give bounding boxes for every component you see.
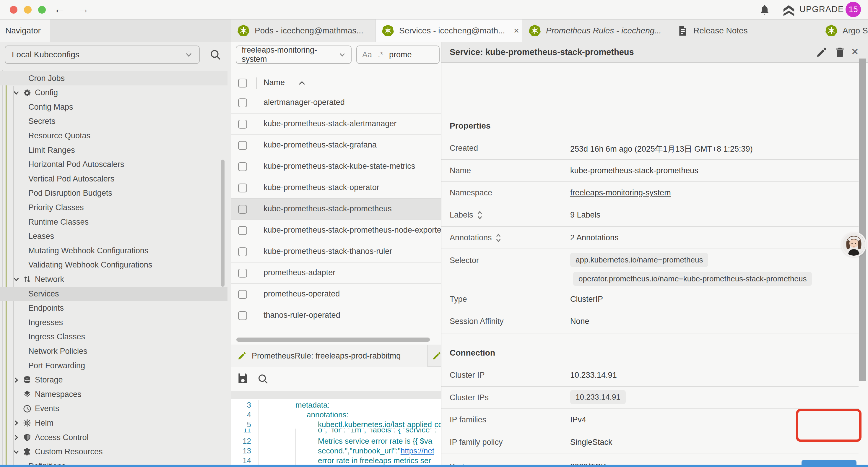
traffic-light-zoom[interactable] (38, 6, 46, 13)
row-checkbox[interactable] (238, 205, 247, 214)
sidebar-item-secrets[interactable]: Secrets (0, 114, 227, 128)
row-checkbox[interactable] (238, 183, 247, 193)
row-checkbox[interactable] (238, 226, 247, 235)
sidebar-item-priority-classes[interactable]: Priority Classes (0, 200, 227, 214)
forward-arrow-icon[interactable]: → (78, 2, 89, 16)
kubeconfig-selector[interactable]: Local Kubeconfigs (5, 46, 200, 64)
sidebar-item-definitions[interactable]: Definitions (0, 459, 227, 465)
sidebar-item-mutating-webhook-configurations[interactable]: Mutating Webhook Configurations (0, 243, 227, 258)
sidebar-item-events[interactable]: Events (0, 402, 227, 416)
notification-badge[interactable]: 15 (845, 2, 861, 17)
tab-navigator[interactable]: Navigator (0, 20, 50, 42)
sidebar-item-endpoints[interactable]: Endpoints (0, 301, 227, 315)
sidebar-search-icon[interactable] (209, 49, 222, 61)
chevron-right-icon[interactable] (11, 376, 21, 384)
column-header-name[interactable]: Name (264, 78, 285, 87)
property-value[interactable]: 2 Annotations (570, 233, 619, 242)
sidebar-item-limit-ranges[interactable]: Limit Ranges (0, 143, 227, 157)
code-link[interactable]: https://net (401, 446, 434, 455)
sidebar-item-custom-resources[interactable]: Custom Resources (0, 445, 227, 459)
chevron-down-icon[interactable] (11, 448, 21, 456)
tab-prometheus-rules-icecheng[interactable]: Prometheus Rules - icecheng... (522, 20, 671, 42)
sidebar-item-port-forwarding[interactable]: Port Forwarding (0, 358, 227, 373)
selector-chip-value[interactable]: operator.prometheus.io/name=kube-prometh… (573, 272, 812, 286)
table-row[interactable]: kube-prometheus-stack-thanos-ruler (231, 241, 441, 262)
match-case-toggle[interactable]: Aa (362, 50, 372, 59)
sidebar-item-network[interactable]: Network (0, 272, 227, 286)
selector-chip-value[interactable]: app.kubernetes.io/name=prometheus (570, 253, 708, 267)
close-icon[interactable]: × (851, 45, 858, 58)
table-row[interactable]: alertmanager-operated (231, 92, 441, 114)
regex-toggle[interactable]: .* (378, 50, 383, 59)
table-row[interactable]: thanos-ruler-operated (231, 305, 441, 326)
sidebar-item-vertical-pod-autoscalers[interactable]: Vertical Pod Autoscalers (0, 172, 227, 186)
save-icon[interactable] (236, 372, 249, 385)
sidebar-scrollbar[interactable] (221, 159, 224, 287)
tab-release-notes[interactable]: Release Notes (671, 20, 819, 42)
tab-services-icecheng-math[interactable]: Services - icecheng@math...× (375, 20, 522, 42)
row-checkbox[interactable] (238, 120, 247, 128)
sidebar-item-validating-webhook-configurations[interactable]: Validating Webhook Configurations (0, 258, 227, 272)
editor-search-icon[interactable] (257, 373, 269, 385)
row-checkbox[interactable] (238, 247, 247, 256)
traffic-light-minimize[interactable] (24, 6, 32, 13)
sort-updown-icon[interactable] (495, 233, 501, 242)
table-row[interactable]: kube-prometheus-stack-grafana (231, 135, 441, 156)
edit-pencil-icon[interactable] (816, 47, 827, 58)
table-row[interactable]: kube-prometheus-stack-prometheus-node-ex… (231, 220, 441, 241)
select-all-checkbox[interactable] (238, 79, 247, 87)
namespace-selector[interactable]: freeleaps-monitoring-system (236, 46, 351, 64)
row-checkbox[interactable] (238, 269, 247, 278)
sidebar-item-pod-disruption-budgets[interactable]: Pod Disruption Budgets (0, 186, 227, 200)
row-checkbox[interactable] (238, 98, 247, 107)
editor-tab-prometheusrule[interactable]: PrometheusRule: freeleaps-prod-rabbitmq (231, 345, 428, 367)
table-row[interactable]: kube-prometheus-stack-operator (231, 177, 441, 199)
chevron-right-icon[interactable] (11, 434, 21, 441)
editor-tab-next-partial[interactable] (428, 345, 441, 367)
chevron-down-icon[interactable] (11, 275, 21, 283)
table-row[interactable]: kube-prometheus-stack-prometheus (231, 199, 441, 220)
table-row[interactable]: prometheus-operated (231, 284, 441, 305)
delete-trash-icon[interactable] (834, 47, 845, 58)
panel-scrollbar[interactable] (859, 59, 866, 381)
tab-pods-icecheng-mathmas[interactable]: Pods - icecheng@mathmas... (231, 20, 375, 42)
row-checkbox[interactable] (238, 141, 247, 150)
avatar[interactable] (843, 233, 865, 256)
sidebar-item-network-policies[interactable]: Network Policies (0, 344, 227, 358)
sidebar-item-horizontal-pod-autoscalers[interactable]: Horizontal Pod Autoscalers (0, 157, 227, 172)
sidebar-item-config-maps[interactable]: Config Maps (0, 100, 227, 114)
traffic-light-close[interactable] (10, 6, 18, 13)
sidebar-item-config[interactable]: Config (0, 86, 227, 100)
close-tab-icon[interactable]: × (514, 26, 519, 36)
table-row[interactable]: kube-prometheus-stack-kube-state-metrics (231, 156, 441, 177)
sidebar-item-namespaces[interactable]: Namespaces (0, 387, 227, 401)
object-search-input[interactable]: Aa .* prome (356, 46, 440, 64)
sidebar-item-ingress-classes[interactable]: Ingress Classes (0, 330, 227, 344)
sidebar-item-services[interactable]: Services (0, 287, 227, 301)
table-row[interactable]: kube-prometheus-stack-alertmanager (231, 114, 441, 135)
sidebar-item-runtime-classes[interactable]: Runtime Classes (0, 215, 227, 229)
upgrade-chevrons-icon[interactable] (782, 5, 795, 17)
chevron-down-icon[interactable] (11, 89, 21, 97)
sidebar-item-storage[interactable]: Storage (0, 373, 227, 387)
sort-updown-icon[interactable] (477, 211, 483, 220)
yaml-editor[interactable]: 3metadata:4annotations:5kubectl.kubernet… (231, 399, 441, 465)
table-row[interactable]: prometheus-adapter (231, 262, 441, 284)
sidebar-item-helm[interactable]: Helm (0, 416, 227, 430)
row-checkbox[interactable] (238, 162, 247, 171)
back-arrow-icon[interactable]: ← (54, 2, 66, 16)
sidebar-item-ingresses[interactable]: Ingresses (0, 315, 227, 329)
table-horizontal-scrollbar[interactable] (236, 338, 430, 342)
namespace-link[interactable]: freeleaps-monitoring-system (570, 188, 671, 198)
bell-icon[interactable] (759, 4, 771, 16)
upgrade-label[interactable]: UPGRADE (800, 4, 844, 14)
sidebar-item-cron-jobs[interactable]: Cron Jobs (0, 71, 227, 85)
tab-argo-se[interactable]: Argo Se (819, 20, 868, 42)
row-checkbox[interactable] (238, 290, 247, 299)
sidebar-item-leases[interactable]: Leases (0, 229, 227, 243)
sidebar-item-access-control[interactable]: Access Control (0, 430, 227, 444)
row-checkbox[interactable] (238, 311, 247, 320)
chevron-right-icon[interactable] (11, 419, 21, 427)
sidebar-item-resource-quotas[interactable]: Resource Quotas (0, 128, 227, 143)
property-value[interactable]: 9 Labels (570, 210, 600, 220)
